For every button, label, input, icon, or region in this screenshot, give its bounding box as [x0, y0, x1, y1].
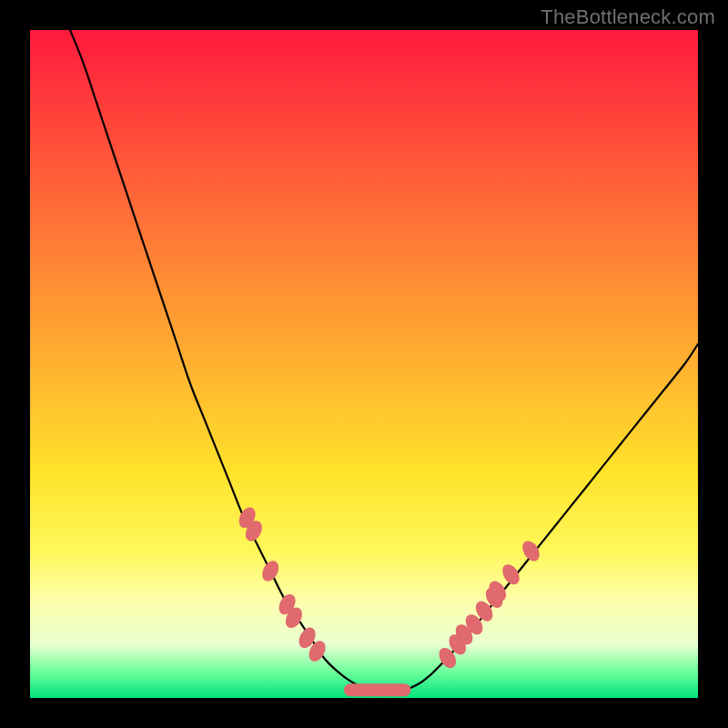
curve-svg: [30, 30, 698, 698]
curve-markers: [236, 504, 543, 671]
watermark-text: TheBottleneck.com: [541, 5, 715, 29]
curve-marker: [259, 558, 282, 584]
flat-minimum-marker: [344, 683, 410, 696]
flat-minimum: [344, 683, 410, 696]
curve-marker: [499, 561, 522, 588]
plot-area: [30, 30, 698, 698]
curve-marker: [519, 538, 542, 564]
chart-frame: TheBottleneck.com: [0, 0, 728, 728]
bottleneck-curve: [70, 30, 698, 692]
